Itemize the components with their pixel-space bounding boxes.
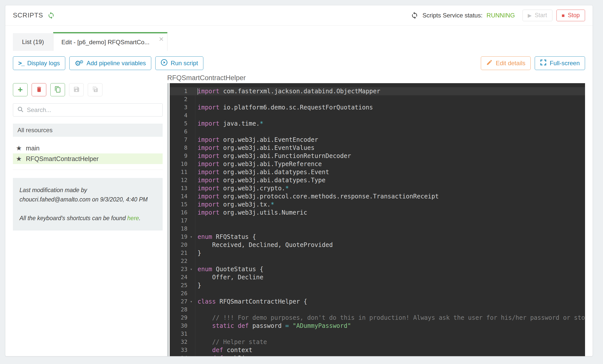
code-text: }	[195, 281, 585, 289]
refresh-icon[interactable]	[47, 12, 55, 19]
code-line[interactable]: 21}	[170, 249, 585, 257]
code-line[interactable]: 10import org.web3j.abi.TypeReference	[170, 160, 585, 168]
code-line[interactable]: 19▾enum RFQStatus {	[170, 233, 585, 241]
code-text: import java.time.*	[195, 120, 585, 128]
code-line[interactable]: 2	[170, 95, 585, 103]
code-line[interactable]: 15import org.web3j.tx.*	[170, 200, 585, 209]
code-line[interactable]: 8import org.web3j.abi.EventValues	[170, 144, 585, 152]
resource-group-header: All resources	[13, 124, 163, 137]
code-line[interactable]: 20 Received, Declined, QuoteProvided	[170, 241, 585, 249]
code-text: import org.web3j.abi.EventEncoder	[195, 136, 585, 144]
copy-resource-button[interactable]	[50, 83, 65, 96]
delete-resource-button[interactable]	[32, 83, 46, 96]
code-line[interactable]: 29 // !!! For demo purposes, don't do th…	[170, 314, 585, 322]
script-title: RFQSmartContractHelper	[167, 74, 585, 83]
code-line[interactable]: 12import org.web3j.abi.datatypes.Type	[170, 176, 585, 184]
editor-wrap: 1import com.fasterxml.jackson.databind.O…	[167, 83, 585, 356]
code-line[interactable]: 16import org.web3j.utils.Numeric	[170, 209, 585, 217]
copy-icon	[54, 86, 61, 94]
groovy-star-icon: ★	[16, 145, 22, 151]
code-text	[195, 289, 585, 298]
add-pipeline-variables-button[interactable]: ⚙⚙ Add pipeline variables	[69, 56, 151, 70]
code-line[interactable]: 30 static def password = "ADummyPassword…	[170, 322, 585, 330]
shortcuts-link[interactable]: here	[127, 215, 139, 221]
start-button[interactable]: ▶ Start	[523, 10, 552, 21]
code-line[interactable]: 24 Offer, Decline	[170, 273, 585, 281]
trash-icon	[36, 86, 42, 94]
code-text	[195, 128, 585, 136]
line-number: 10	[170, 160, 195, 168]
code-line[interactable]: 32 // Helper state	[170, 338, 585, 346]
close-icon[interactable]: ×	[159, 35, 164, 43]
fold-arrow-icon[interactable]: ▾	[187, 233, 195, 241]
code-text: import io.platform6.demo.sc.RequestForQu…	[195, 103, 585, 111]
code-line[interactable]: 5import java.time.*	[170, 120, 585, 128]
code-line[interactable]: 3import io.platform6.demo.sc.RequestForQ…	[170, 103, 585, 111]
code-line[interactable]: 26	[170, 289, 585, 298]
last-modification-line1: Last modification made by	[19, 186, 156, 195]
code-text: import com.fasterxml.jackson.databind.Ob…	[195, 87, 585, 95]
resource-item[interactable]: ★RFQSmartContractHelper	[13, 153, 163, 164]
gears-icon: ⚙⚙	[75, 60, 83, 67]
run-script-button[interactable]: Run script	[155, 56, 203, 70]
code-line[interactable]: 22	[170, 257, 585, 265]
line-number: 6	[170, 128, 195, 136]
save-resource-button[interactable]	[69, 83, 84, 96]
fold-arrow-icon[interactable]: ▾	[187, 265, 195, 273]
play-icon: ▶	[528, 13, 532, 18]
code-text: enum RFQStatus {	[195, 233, 585, 241]
code-line[interactable]: 14import org.web3j.protocol.core.methods…	[170, 192, 585, 200]
search-input[interactable]	[27, 106, 158, 113]
stop-button[interactable]: ■ Stop	[556, 10, 585, 21]
code-line[interactable]: 31	[170, 330, 585, 338]
code-line[interactable]: 9import org.web3j.abi.FunctionReturnDeco…	[170, 152, 585, 160]
code-line[interactable]: 23▾enum QuoteStatus {	[170, 265, 585, 273]
code-line[interactable]: 13import org.web3j.crypto.*	[170, 184, 585, 192]
code-editor[interactable]: 1import com.fasterxml.jackson.databind.O…	[170, 83, 585, 356]
line-number: 7	[170, 136, 195, 144]
code-text: def web3j	[195, 354, 585, 356]
editor-scrollbar[interactable]	[167, 83, 169, 356]
add-resource-button[interactable]: +	[13, 83, 28, 96]
code-line[interactable]: 28	[170, 306, 585, 314]
line-number: 26	[170, 289, 195, 298]
line-number: 14	[170, 192, 195, 200]
resource-item[interactable]: ★main	[13, 143, 163, 153]
tab-bar: List (19) Edit - [p6_demo] RFQSmartCo...…	[5, 32, 593, 51]
code-line[interactable]: 7import org.web3j.abi.EventEncoder	[170, 136, 585, 144]
code-line[interactable]: 25}	[170, 281, 585, 289]
line-number: 3	[170, 103, 195, 111]
edit-details-button[interactable]: Edit details	[481, 56, 531, 70]
resource-actions: +	[13, 83, 163, 96]
play-circle-icon	[161, 59, 168, 67]
status-badge: RUNNING	[487, 12, 515, 19]
full-screen-button[interactable]: Full-screen	[535, 56, 585, 70]
code-line[interactable]: 18	[170, 225, 585, 233]
line-number: 24	[170, 273, 195, 281]
code-text: class RFQSmartContractHelper {	[195, 298, 585, 306]
line-number: 16	[170, 209, 195, 217]
status-refresh-icon[interactable]	[411, 12, 418, 19]
code-lines: 1import com.fasterxml.jackson.databind.O…	[170, 87, 585, 356]
shortcuts-line: All the keyboard's shortcuts can be foun…	[19, 214, 156, 223]
line-number: 5	[170, 120, 195, 128]
code-line[interactable]: 27▾class RFQSmartContractHelper {	[170, 298, 585, 306]
code-line[interactable]: 17	[170, 217, 585, 225]
save-all-button[interactable]	[88, 83, 102, 96]
save-icon	[73, 86, 80, 94]
display-logs-button[interactable]: >_ Display logs	[13, 56, 65, 70]
line-number: 19▾	[170, 233, 195, 241]
code-line[interactable]: 4	[170, 111, 585, 120]
service-status-group: Scripts Service status: RUNNING ▶ Start …	[411, 10, 585, 21]
tab-edit[interactable]: Edit - [p6_demo] RFQSmartCo... ×	[53, 32, 167, 51]
code-text	[195, 225, 585, 233]
tab-list[interactable]: List (19)	[13, 33, 53, 51]
code-line[interactable]: 11import org.web3j.abi.datatypes.Event	[170, 168, 585, 176]
fold-arrow-icon[interactable]: ▾	[187, 298, 195, 306]
header-bar: SCRIPTS Scripts Service status: RUNNING …	[5, 5, 593, 26]
code-line[interactable]: 1import com.fasterxml.jackson.databind.O…	[170, 87, 585, 95]
code-line[interactable]: 33 def context	[170, 346, 585, 354]
code-line[interactable]: 34 def web3j	[170, 354, 585, 356]
code-text: enum QuoteStatus {	[195, 265, 585, 273]
code-line[interactable]: 6	[170, 128, 585, 136]
